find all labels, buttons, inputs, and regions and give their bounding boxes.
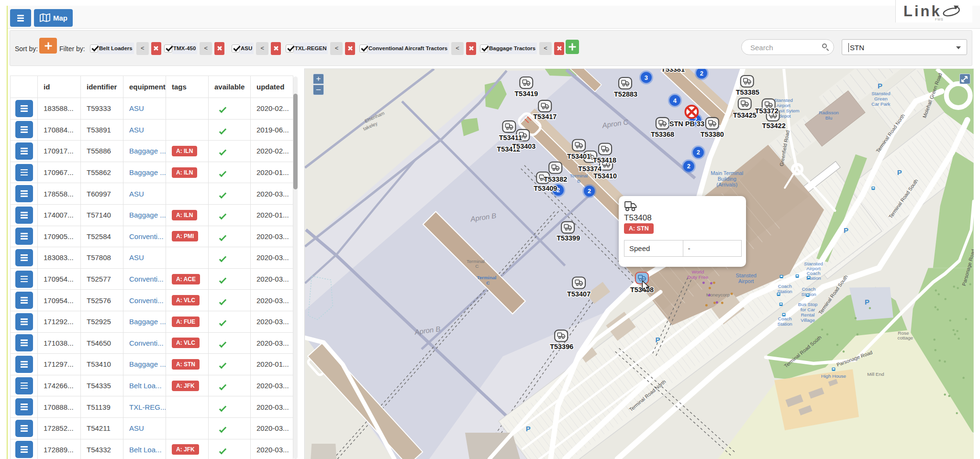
svg-text:C: C [475,263,479,269]
svg-text:Car Park: Car Park [871,101,890,107]
svg-text:T53419: T53419 [514,90,538,98]
svg-text:Stansted: Stansted [871,91,890,96]
svg-text:T53380: T53380 [701,131,724,138]
svg-text:Mill End: Mill End [867,372,884,377]
svg-text:T53382: T53382 [544,175,567,183]
svg-text:P: P [878,82,882,90]
svg-text:Stansted: Stansted [736,273,757,278]
svg-text:T53368: T53368 [651,131,674,138]
svg-text:Station: Station [778,321,792,327]
svg-text:T53385: T53385 [736,88,759,96]
svg-text:T53425: T53425 [733,111,757,119]
svg-text:2: 2 [687,163,690,170]
svg-text:P: P [655,336,660,344]
svg-text:depot: depot [779,113,791,119]
svg-text:T53372: T53372 [755,107,779,115]
svg-text:Stansted: Stansted [774,98,792,103]
svg-text:T53418: T53418 [593,156,616,164]
svg-text:T53411: T53411 [499,134,522,142]
svg-text:World: World [691,269,704,274]
svg-text:2: 2 [697,149,700,156]
svg-text:P: P [844,226,848,234]
svg-text:Rental: Rental [801,312,815,317]
svg-text:T53409: T53409 [534,185,557,192]
svg-text:Village: Village [801,317,815,323]
svg-text:(Arrivals): (Arrivals) [716,182,737,187]
svg-text:T53403: T53403 [512,142,535,150]
svg-text:Airport: Airport [738,278,754,284]
svg-text:Bus Stop: Bus Stop [798,302,818,307]
svg-text:cottage: cottage [897,335,913,340]
svg-text:T53396: T53396 [550,343,573,350]
svg-text:T53374: T53374 [578,165,601,173]
svg-text:Green: Green [874,96,888,101]
svg-text:4: 4 [673,97,677,104]
svg-text:T53417: T53417 [533,113,557,120]
svg-text:T53401: T53401 [567,153,590,160]
svg-text:Coach: Coach [802,286,816,292]
svg-text:Blu: Blu [825,115,832,120]
svg-text:2: 2 [588,187,591,195]
svg-text:C: C [486,280,490,285]
svg-text:Building: Building [718,176,736,182]
svg-text:STN PB 33: STN PB 33 [669,120,704,128]
svg-text:for Car: for Car [801,307,815,312]
svg-text:Radisson: Radisson [819,110,839,115]
svg-text:B: B [577,178,580,184]
svg-text:Terminal: Terminal [570,173,588,178]
svg-text:Coach: Coach [778,284,792,289]
svg-text:Coach: Coach [778,316,792,321]
svg-text:P: P [897,168,902,176]
svg-text:T53422: T53422 [762,122,786,130]
svg-text:High House: High House [821,373,846,379]
svg-text:2: 2 [700,70,703,77]
svg-text:T52883: T52883 [614,90,637,98]
svg-text:Terminal: Terminal [477,275,496,280]
svg-text:T53410: T53410 [593,172,617,180]
svg-text:T53408: T53408 [630,286,654,294]
svg-text:T53381: T53381 [661,68,685,73]
svg-text:P: P [526,425,531,433]
svg-text:3: 3 [645,74,648,81]
svg-text:Airport: Airport [776,103,791,108]
svg-text:P: P [865,298,869,306]
svg-text:T53399: T53399 [557,234,580,242]
svg-text:Duty Free: Duty Free [687,274,708,280]
svg-text:T53407: T53407 [567,290,590,298]
svg-text:Main Terminal: Main Terminal [711,170,743,176]
